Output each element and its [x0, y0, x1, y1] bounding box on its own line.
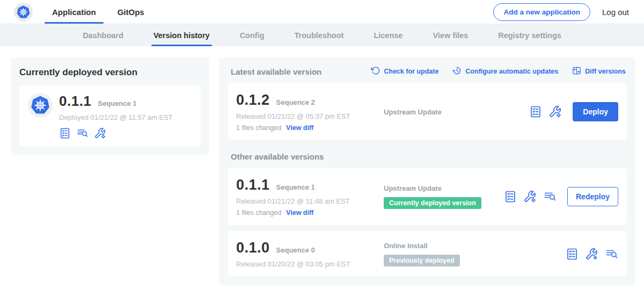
view-config-icon[interactable] [586, 248, 598, 261]
sequence-label: Sequence 1 [276, 183, 315, 191]
version-number: 0.1.1 [236, 177, 270, 193]
preflight-checks-icon[interactable] [59, 127, 71, 139]
release-notes-icon[interactable] [77, 127, 89, 139]
preflight-checks-icon[interactable] [529, 105, 542, 118]
released-timestamp: Released 01/21/22 @ 11:48 am EST [236, 197, 384, 205]
subnav-version-history[interactable]: Version history [138, 24, 225, 46]
previously-deployed-badge: Previously deployed [384, 255, 460, 266]
released-timestamp: Released 01/20/22 @ 03:05 pm EST [236, 260, 384, 268]
app-subnav: Dashboard Version history Config Trouble… [0, 24, 644, 46]
edit-config-icon[interactable] [94, 127, 106, 139]
subnav-registry-settings[interactable]: Registry settings [483, 24, 576, 46]
deployed-version-number: 0.1.1 [59, 93, 91, 110]
app-logo-icon [28, 93, 53, 118]
version-source-label: Upstream Update [384, 184, 504, 192]
edit-config-icon[interactable] [524, 190, 537, 203]
release-notes-icon[interactable] [605, 248, 618, 261]
preflight-checks-icon[interactable] [504, 190, 517, 203]
diff-versions-button[interactable]: Diff versions [572, 66, 626, 77]
deployed-timestamp: Deployed 01/21/22 @ 11:57 am EST [59, 113, 173, 121]
tab-application-label: Application [52, 8, 96, 17]
logout-link[interactable]: Log out [602, 8, 629, 17]
deployed-sequence-label: Sequence 1 [98, 99, 136, 107]
tab-gitops[interactable]: GitOps [107, 0, 155, 24]
add-application-button[interactable]: Add a new application [493, 3, 590, 21]
tab-application[interactable]: Application [41, 0, 107, 24]
check-for-update-button[interactable]: Check for update [371, 66, 438, 77]
subnav-license[interactable]: License [358, 24, 418, 46]
subnav-view-files[interactable]: View files [418, 24, 483, 46]
other-versions-title: Other available versions [231, 152, 627, 161]
release-notes-icon[interactable] [544, 190, 557, 203]
released-timestamp: Released 01/21/22 @ 05:37 pm EST [236, 112, 384, 120]
files-changed-label: 1 files changed [236, 124, 281, 132]
version-card-latest: 0.1.2 Sequence 2 Released 01/21/22 @ 05:… [228, 83, 627, 140]
version-card-deployed: 0.1.1 Sequence 1 Released 01/21/22 @ 11:… [228, 168, 627, 225]
version-number: 0.1.2 [236, 92, 270, 109]
configure-automatic-updates-button[interactable]: Configure automatic updates [452, 66, 558, 77]
subnav-dashboard[interactable]: Dashboard [68, 24, 138, 46]
view-diff-link[interactable]: View diff [286, 124, 313, 132]
top-nav: Application GitOps Add a new application… [0, 0, 644, 24]
sequence-label: Sequence 2 [276, 98, 315, 106]
currently-deployed-badge: Currently deployed version [384, 197, 481, 209]
version-source-label: Upstream Update [384, 108, 529, 116]
currently-deployed-panel: Currently deployed version 0.1.1 Sequenc… [11, 57, 209, 155]
preflight-checks-icon[interactable] [566, 248, 579, 261]
subnav-config[interactable]: Config [225, 24, 280, 46]
version-source-label: Online Install [384, 242, 566, 250]
latest-available-title: Latest available version [231, 67, 321, 76]
currently-deployed-title: Currently deployed version [19, 67, 201, 78]
redeploy-button[interactable]: Redeploy [567, 187, 618, 206]
subnav-troubleshoot[interactable]: Troubleshoot [280, 24, 359, 46]
tab-gitops-label: GitOps [118, 8, 144, 17]
sequence-label: Sequence 0 [276, 246, 315, 254]
files-changed-label: 1 files changed [236, 209, 281, 217]
scheduled-update-icon [452, 66, 462, 77]
version-number: 0.1.0 [236, 240, 270, 256]
version-history-panel: Latest available version Check for updat… [219, 57, 635, 285]
deploy-button[interactable]: Deploy [573, 102, 618, 121]
diff-columns-icon [572, 66, 581, 77]
refresh-icon [371, 66, 380, 77]
deployed-version-card: 0.1.1 Sequence 1 Deployed 01/21/22 @ 11:… [19, 85, 201, 147]
kubernetes-logo [14, 3, 33, 21]
version-card-previous: 0.1.0 Sequence 0 Released 01/20/22 @ 03:… [228, 231, 627, 277]
edit-config-icon[interactable] [549, 105, 562, 118]
app-tabs: Application GitOps [41, 0, 155, 24]
view-diff-link[interactable]: View diff [286, 209, 313, 217]
